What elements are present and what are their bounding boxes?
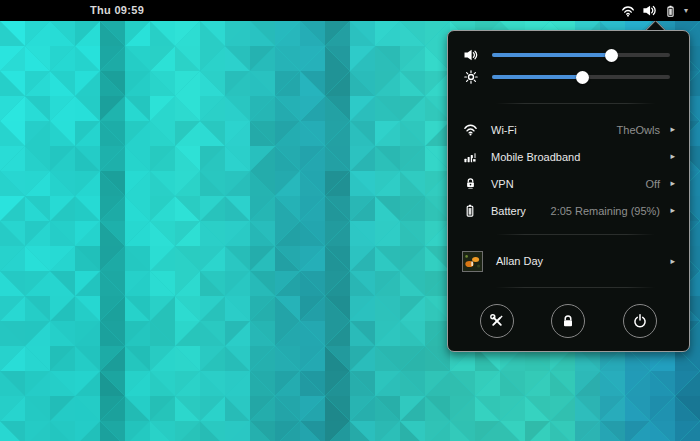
user-avatar <box>462 251 483 272</box>
brightness-slider[interactable] <box>492 75 670 79</box>
desktop: Thu 09:59 ▾ <box>0 0 700 441</box>
separator <box>496 103 655 104</box>
brightness-slider-handle[interactable] <box>576 71 589 84</box>
submenu-arrow-icon: ▸ <box>667 206 675 215</box>
submenu-arrow-icon: ▸ <box>667 257 675 266</box>
settings-button[interactable] <box>480 304 514 338</box>
power-icon <box>632 313 648 329</box>
vpn-lock-icon <box>462 176 478 192</box>
brightness-icon <box>463 69 479 85</box>
menu-item-wifi[interactable]: Wi-Fi TheOwls ▸ <box>448 116 689 143</box>
menu-item-label: Battery <box>491 205 526 217</box>
wifi-icon <box>621 4 635 18</box>
lock-icon <box>560 313 576 329</box>
brightness-slider-fill <box>492 75 583 79</box>
menu-item-label: Wi-Fi <box>491 124 517 136</box>
menu-item-mobile-broadband[interactable]: Mobile Broadband ▸ <box>448 143 689 170</box>
menu-item-status: Off <box>646 178 667 190</box>
top-bar: Thu 09:59 ▾ <box>0 0 700 21</box>
power-button[interactable] <box>623 304 657 338</box>
speaker-icon <box>463 47 479 63</box>
menu-item-vpn[interactable]: VPN Off ▸ <box>448 170 689 197</box>
signal-bars-icon <box>462 149 478 165</box>
user-name: Allan Day <box>496 255 543 267</box>
battery-icon <box>664 4 677 18</box>
volume-icon <box>642 3 657 18</box>
battery-icon <box>462 203 478 219</box>
menu-item-status: 2:05 Remaining (95%) <box>551 205 667 217</box>
submenu-arrow-icon: ▸ <box>667 125 675 134</box>
caret-down-icon: ▾ <box>684 0 688 21</box>
separator <box>496 234 655 235</box>
separator <box>496 287 655 288</box>
submenu-arrow-icon: ▸ <box>667 179 675 188</box>
clock[interactable]: Thu 09:59 <box>90 0 144 21</box>
menu-item-user[interactable]: Allan Day ▸ <box>448 243 689 279</box>
submenu-arrow-icon: ▸ <box>667 152 675 161</box>
volume-slider[interactable] <box>492 53 670 57</box>
menu-item-label: Mobile Broadband <box>491 151 580 163</box>
wifi-icon <box>462 122 478 138</box>
crossed-tools-icon <box>489 313 505 329</box>
menu-item-status: TheOwls <box>617 124 667 136</box>
system-status-area[interactable]: ▾ <box>621 0 688 21</box>
volume-slider-handle[interactable] <box>605 49 618 62</box>
lock-button[interactable] <box>551 304 585 338</box>
volume-slider-fill <box>492 53 611 57</box>
menu-item-label: VPN <box>491 178 514 190</box>
system-status-menu: Wi-Fi TheOwls ▸ <box>447 30 690 352</box>
menu-item-battery[interactable]: Battery 2:05 Remaining (95%) ▸ <box>448 197 689 224</box>
menu-item-list: Wi-Fi TheOwls ▸ <box>448 116 689 224</box>
